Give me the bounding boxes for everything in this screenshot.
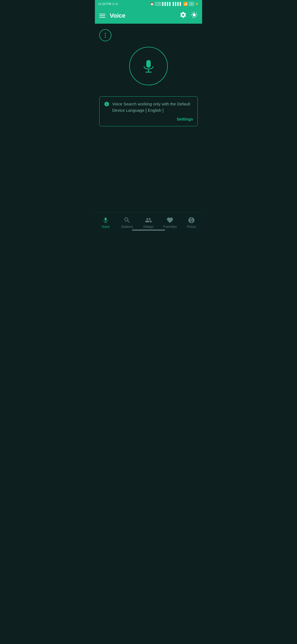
status-icons-left: ⊙ ⊙ xyxy=(112,2,118,6)
nav-prices-icon xyxy=(188,217,195,224)
time-text: 11:25 PM xyxy=(98,2,111,6)
info-box: Voice Search working only with the Defau… xyxy=(99,96,198,126)
dot-3 xyxy=(105,37,106,38)
nav-item-stations[interactable]: Stations xyxy=(116,214,138,231)
svg-rect-3 xyxy=(105,217,107,220)
settings-icon xyxy=(180,11,187,18)
nav-favorites-icon xyxy=(166,217,174,224)
brightness-icon xyxy=(191,11,198,18)
main-content: Voice Search working only with the Defau… xyxy=(95,24,202,212)
signal-icon-1: ▌▌▌▌ xyxy=(162,2,172,6)
page-title: Voice xyxy=(110,12,125,19)
settings-button[interactable] xyxy=(180,11,187,20)
alarm-icon: ⏰ xyxy=(150,2,154,6)
svg-rect-0 xyxy=(146,60,151,68)
info-circle-icon xyxy=(104,101,109,107)
top-bar-right xyxy=(180,11,198,20)
info-icon xyxy=(104,101,109,108)
info-box-content: Voice Search working only with the Defau… xyxy=(104,101,193,113)
dot-2 xyxy=(105,35,106,36)
nav-voice-icon xyxy=(102,217,109,224)
signal-icon-2: ▌▌▌▌ xyxy=(173,2,182,6)
status-time: 11:25 PM ⊙ ⊙ xyxy=(98,2,118,6)
charging-icon: ⚡ xyxy=(195,2,199,6)
nav-item-prices[interactable]: Prices xyxy=(181,214,202,231)
nav-item-favorites[interactable]: Favorites xyxy=(159,214,181,231)
nav-delays-icon xyxy=(145,217,152,224)
dot-1 xyxy=(105,33,106,34)
nav-favorites-label: Favorites xyxy=(163,225,177,229)
wifi-icon: 📶 xyxy=(183,2,188,6)
nav-prices-label: Prices xyxy=(187,225,196,229)
settings-link[interactable]: Settings xyxy=(177,117,193,121)
mic-container xyxy=(99,47,198,85)
nav-stations-icon xyxy=(123,217,131,224)
battery-indicator: 28 xyxy=(189,2,194,6)
nav-item-voice[interactable]: Voice xyxy=(95,214,116,231)
nav-item-delays[interactable]: Delays xyxy=(138,214,159,231)
more-options-button[interactable] xyxy=(99,29,111,41)
top-bar-left: Voice xyxy=(99,12,125,19)
lte-icon: LTE xyxy=(155,2,161,6)
nav-stations-label: Stations xyxy=(121,225,133,229)
nav-voice-label: Voice xyxy=(101,225,109,229)
mic-icon xyxy=(140,58,157,74)
menu-button[interactable] xyxy=(99,14,105,18)
status-icons-right: ⏰ LTE ▌▌▌▌ ▌▌▌▌ 📶 28 ⚡ xyxy=(150,2,199,6)
mic-button[interactable] xyxy=(129,47,168,85)
home-indicator xyxy=(132,230,165,231)
info-message: Voice Search working only with the Defau… xyxy=(112,101,193,113)
status-bar: 11:25 PM ⊙ ⊙ ⏰ LTE ▌▌▌▌ ▌▌▌▌ 📶 28 ⚡ xyxy=(95,0,202,8)
nav-delays-label: Delays xyxy=(144,225,154,229)
top-bar: Voice xyxy=(95,8,202,24)
brightness-button[interactable] xyxy=(191,11,198,20)
